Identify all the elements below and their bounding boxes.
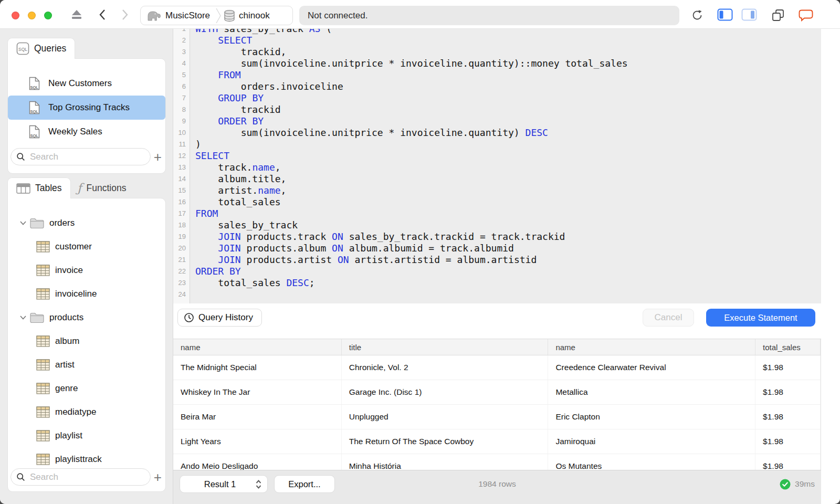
code-line[interactable]: total_sales DESC; bbox=[195, 277, 628, 289]
tree-item-mediatype[interactable]: mediatype bbox=[8, 400, 165, 424]
tab-functions[interactable]: ƒ Functions bbox=[70, 177, 133, 198]
cancel-button[interactable]: Cancel bbox=[643, 309, 694, 327]
tree-item-album[interactable]: album bbox=[8, 329, 165, 353]
table-search-input[interactable] bbox=[29, 471, 150, 483]
tree-item-playlisttrack[interactable]: playlisttrack bbox=[8, 447, 165, 468]
table-cell[interactable]: Minha História bbox=[342, 454, 549, 470]
code-line[interactable]: sales_by_track bbox=[195, 219, 628, 231]
table-cell[interactable]: $1.98 bbox=[755, 429, 821, 454]
close-button[interactable] bbox=[12, 12, 19, 19]
code-line[interactable]: FROM bbox=[195, 208, 628, 219]
table-row[interactable]: The Midnight SpecialChronicle, Vol. 2Cre… bbox=[173, 355, 821, 380]
query-search-input[interactable] bbox=[29, 151, 150, 163]
tree-item-playlist[interactable]: playlist bbox=[8, 424, 165, 447]
table-cell[interactable]: Eric Clapton bbox=[548, 405, 755, 429]
table-cell[interactable]: Os Mutantes bbox=[548, 454, 755, 470]
table-cell[interactable]: Unplugged bbox=[342, 405, 549, 429]
eject-button[interactable] bbox=[70, 8, 83, 21]
table-row[interactable]: Light YearsThe Return Of The Space Cowbo… bbox=[173, 429, 821, 454]
column-header-total_sales[interactable]: total_sales bbox=[755, 339, 821, 355]
table-cell[interactable]: Chronicle, Vol. 2 bbox=[342, 355, 549, 380]
sql-text bbox=[195, 69, 218, 80]
sql-code[interactable]: WITH sales_by_track AS ( SELECT trackid,… bbox=[190, 29, 628, 300]
tree-item-artist[interactable]: artist bbox=[8, 353, 165, 376]
chevron-down-icon[interactable] bbox=[19, 220, 27, 226]
zoom-button[interactable] bbox=[44, 12, 52, 19]
code-line[interactable]: JOIN products.artist ON artist.artistid … bbox=[195, 254, 628, 266]
table-cell[interactable]: Light Years bbox=[173, 429, 342, 454]
tab-queries[interactable]: SQL Queries bbox=[7, 38, 75, 59]
table-cell[interactable]: Beira Mar bbox=[173, 405, 342, 429]
tree-item-invoiceline[interactable]: invoiceline bbox=[8, 282, 165, 306]
column-header-name[interactable]: name bbox=[548, 339, 755, 355]
table-cell[interactable]: Garage Inc. (Disc 1) bbox=[342, 380, 549, 404]
table-cell[interactable]: Ando Meio Desligado bbox=[173, 454, 342, 470]
code-line[interactable]: orders.invoiceline bbox=[195, 81, 628, 92]
code-line[interactable]: WITH sales_by_track AS ( bbox=[195, 29, 628, 35]
add-query-button[interactable]: + bbox=[152, 149, 164, 165]
server-crumb[interactable]: MusicStore bbox=[146, 9, 210, 22]
code-line[interactable]: SELECT bbox=[195, 35, 628, 46]
query-history-button[interactable]: Query History bbox=[177, 309, 262, 327]
query-item[interactable]: SQL New Customers bbox=[8, 71, 165, 96]
result-selector[interactable]: Result 1 bbox=[180, 475, 268, 493]
code-line[interactable]: sum(invoiceline.unitprice * invoiceline.… bbox=[195, 58, 628, 69]
windows-button[interactable] bbox=[771, 8, 785, 22]
line-number: 2 bbox=[173, 35, 186, 46]
table-cell[interactable]: Whiskey In The Jar bbox=[173, 380, 342, 404]
tab-tables[interactable]: Tables bbox=[7, 177, 71, 198]
feedback-button[interactable] bbox=[799, 9, 813, 22]
tree-item-orders[interactable]: orders bbox=[8, 211, 165, 235]
query-search-field[interactable] bbox=[10, 148, 151, 165]
table-row[interactable]: Beira MarUnpluggedEric Clapton$1.98 bbox=[173, 405, 821, 429]
code-line[interactable] bbox=[195, 289, 628, 300]
query-item[interactable]: SQL Top Grossing Tracks bbox=[8, 96, 165, 120]
table-cell[interactable]: Metallica bbox=[548, 380, 755, 404]
tree-item-invoice[interactable]: invoice bbox=[8, 258, 165, 282]
code-line[interactable]: artist.name, bbox=[195, 185, 628, 196]
toggle-right-sidebar-button[interactable] bbox=[741, 8, 757, 22]
column-header-title[interactable]: title bbox=[342, 339, 549, 355]
refresh-button[interactable] bbox=[690, 8, 704, 22]
table-row[interactable]: Whiskey In The JarGarage Inc. (Disc 1)Me… bbox=[173, 380, 821, 405]
table-search-field[interactable] bbox=[10, 468, 151, 486]
code-line[interactable]: trackid, bbox=[195, 46, 628, 58]
code-line[interactable]: ORDER BY bbox=[195, 266, 628, 277]
execute-statement-button[interactable]: Execute Statement bbox=[706, 309, 815, 327]
database-crumb[interactable]: chinook bbox=[224, 9, 270, 22]
code-line[interactable]: GROUP BY bbox=[195, 92, 628, 104]
table-cell[interactable]: $1.98 bbox=[755, 405, 821, 429]
tree-item-products[interactable]: products bbox=[8, 306, 165, 329]
minimize-button[interactable] bbox=[28, 12, 36, 19]
table-cell[interactable]: The Midnight Special bbox=[173, 355, 342, 380]
code-line[interactable]: ORDER BY bbox=[195, 116, 628, 127]
code-line[interactable]: sum(invoiceline.unitprice * invoiceline.… bbox=[195, 127, 628, 139]
code-line[interactable]: track.name, bbox=[195, 162, 628, 173]
forward-button[interactable] bbox=[119, 8, 130, 22]
back-button[interactable] bbox=[97, 8, 109, 22]
code-line[interactable]: JOIN products.album ON album.albumid = t… bbox=[195, 243, 628, 254]
code-line[interactable]: JOIN products.track ON sales_by_track.tr… bbox=[195, 231, 628, 243]
table-cell[interactable]: Jamiroquai bbox=[548, 429, 755, 454]
sql-editor[interactable]: 123456789101112131415161718192021222324 … bbox=[173, 29, 821, 303]
table-cell[interactable]: $1.98 bbox=[755, 355, 821, 380]
table-cell[interactable]: $1.98 bbox=[755, 380, 821, 404]
table-cell[interactable]: Creedence Clearwater Revival bbox=[548, 355, 755, 380]
code-line[interactable]: trackid bbox=[195, 104, 628, 116]
add-table-button[interactable]: + bbox=[152, 469, 164, 485]
chevron-down-icon[interactable] bbox=[19, 315, 27, 320]
export-button[interactable]: Export... bbox=[274, 475, 335, 493]
table-row[interactable]: Ando Meio DesligadoMinha HistóriaOs Muta… bbox=[173, 454, 821, 470]
code-line[interactable]: ) bbox=[195, 139, 628, 150]
code-line[interactable]: album.title, bbox=[195, 173, 628, 185]
tree-item-genre[interactable]: genre bbox=[8, 376, 165, 400]
toggle-left-sidebar-button[interactable] bbox=[717, 8, 733, 22]
code-line[interactable]: SELECT bbox=[195, 150, 628, 162]
column-header-name[interactable]: name bbox=[173, 339, 342, 355]
code-line[interactable]: FROM bbox=[195, 69, 628, 81]
table-cell[interactable]: The Return Of The Space Cowboy bbox=[342, 429, 549, 454]
table-cell[interactable]: $1.98 bbox=[755, 454, 821, 470]
tree-item-customer[interactable]: customer bbox=[8, 235, 165, 258]
query-item[interactable]: SQL Weekly Sales bbox=[8, 120, 165, 144]
code-line[interactable]: total_sales bbox=[195, 196, 628, 208]
